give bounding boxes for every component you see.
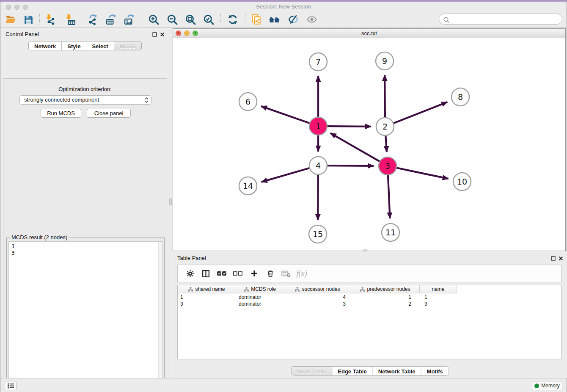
graph-node-label: 15 <box>313 229 323 239</box>
graph-node-15[interactable]: 15 <box>309 225 327 243</box>
export-image-button[interactable] <box>122 13 137 26</box>
column-header-name[interactable]: name <box>420 285 457 293</box>
splitter-grip-horizontal[interactable] <box>363 249 367 251</box>
zoom-fit-button[interactable] <box>183 13 198 26</box>
save-session-button[interactable] <box>21 13 36 26</box>
float-table-panel-icon[interactable] <box>550 256 556 261</box>
refresh-layout-button[interactable] <box>225 13 240 26</box>
list-icon <box>7 383 14 389</box>
network-view-window: × − + scc.txt 7968124314101511 <box>173 28 566 251</box>
search-field[interactable] <box>439 14 562 25</box>
graph-edge-3-1[interactable] <box>330 133 381 162</box>
memory-button[interactable]: Memory <box>532 381 562 390</box>
tab-network-table[interactable]: Network Table <box>373 367 421 375</box>
main-toolbar <box>0 11 567 28</box>
graph-node-14[interactable]: 14 <box>239 177 257 195</box>
graph-node-1[interactable]: 1 <box>309 117 327 135</box>
graph-node-10[interactable]: 10 <box>453 173 471 190</box>
table-cell[interactable]: dominator <box>236 301 284 307</box>
float-panel-icon[interactable] <box>152 32 157 37</box>
hide-details-button[interactable] <box>304 13 319 26</box>
tab-edge-table[interactable]: Edge Table <box>332 367 372 375</box>
delete-table-button[interactable] <box>280 265 292 282</box>
search-input[interactable] <box>451 14 559 24</box>
table-cell[interactable]: 2 <box>351 301 420 307</box>
import-network-button[interactable] <box>43 13 58 26</box>
graph-node-8[interactable]: 8 <box>451 88 469 106</box>
graph-edge-1-6[interactable] <box>261 106 311 124</box>
toggle-graphics-details-button[interactable] <box>286 13 301 26</box>
table-cell[interactable]: dominator <box>236 294 284 301</box>
tab-motifs[interactable]: Motifs <box>421 367 449 375</box>
export-network-icon <box>87 14 98 25</box>
graph-edge-2-9[interactable] <box>385 75 385 119</box>
run-mcds-button[interactable]: Run MCDS <box>41 109 81 118</box>
show-all-networks-button[interactable] <box>267 13 282 26</box>
graph-edge-3-11[interactable] <box>388 174 390 218</box>
export-network-button[interactable] <box>85 13 100 26</box>
delete-columns-button[interactable] <box>264 265 277 282</box>
graph-node-3[interactable]: 3 <box>379 157 396 175</box>
table-row[interactable]: 1dominator411 <box>178 294 457 301</box>
graph-edge-1-2[interactable] <box>326 126 371 127</box>
table-cell[interactable]: 1 <box>351 294 420 301</box>
column-settings-button[interactable] <box>184 265 196 282</box>
gear-icon <box>186 270 194 278</box>
task-history-button[interactable] <box>5 381 17 390</box>
graph-edge-3-10[interactable] <box>396 168 449 179</box>
splitter-grip-vertical[interactable] <box>169 199 172 205</box>
graph-node-4[interactable]: 4 <box>309 157 327 174</box>
tab-style[interactable]: Style <box>62 41 86 50</box>
close-table-panel-icon[interactable] <box>558 256 564 261</box>
zoom-in-button[interactable] <box>146 13 161 26</box>
column-header-MCDS-role[interactable]: MCDS role <box>236 285 284 293</box>
export-table-button[interactable] <box>104 13 119 26</box>
tab-network[interactable]: Network <box>29 41 62 50</box>
tab-mcds[interactable]: MCDS <box>114 41 141 50</box>
graph-node-7[interactable]: 7 <box>309 53 327 71</box>
tab-node-table[interactable]: Node Table <box>292 367 332 375</box>
table-cell[interactable]: 4 <box>284 294 351 301</box>
zoom-selected-button[interactable] <box>201 13 216 26</box>
graph-edge-4-15[interactable] <box>318 174 318 220</box>
column-header-predecessor-nodes[interactable]: predecessor nodes <box>351 285 420 293</box>
close-panel-button[interactable]: Close panel <box>87 109 131 118</box>
tab-select[interactable]: Select <box>86 41 114 50</box>
open-session-button[interactable] <box>3 13 18 26</box>
graph-edge-4-3[interactable] <box>326 166 374 166</box>
graph-edge-2-8[interactable] <box>393 102 448 124</box>
table-cell[interactable]: 3 <box>178 301 236 307</box>
show-columns-button[interactable] <box>199 265 212 282</box>
graph-edge-4-14[interactable] <box>261 168 311 182</box>
result-scrollbar[interactable] <box>158 242 162 392</box>
criterion-dropdown[interactable]: strongly connected component <box>19 95 151 105</box>
graph-node-11[interactable]: 11 <box>382 224 399 241</box>
graph-node-label: 1 <box>316 121 321 131</box>
close-panel-icon[interactable] <box>160 32 165 37</box>
zoom-out-button[interactable] <box>165 13 180 26</box>
function-builder-button[interactable]: f(x) <box>295 265 308 282</box>
graph-node-9[interactable]: 9 <box>376 52 394 70</box>
column-header-successor-nodes[interactable]: successor nodes <box>284 285 351 293</box>
optimization-criterion-label: Optimization criterion: <box>3 86 167 92</box>
select-all-columns-button[interactable] <box>215 265 228 282</box>
table-cell[interactable]: 3 <box>420 301 457 307</box>
table-cell[interactable]: 1 <box>420 294 457 301</box>
import-table-button[interactable] <box>63 13 78 26</box>
duplicate-network-button[interactable] <box>249 13 264 26</box>
add-column-button[interactable] <box>248 265 261 282</box>
graph-node-2[interactable]: 2 <box>376 118 394 135</box>
network-window-titlebar[interactable]: × − + scc.txt <box>173 29 565 38</box>
network-graph: 7968124314101511 <box>173 38 565 251</box>
table-row[interactable]: 3dominator323 <box>178 301 457 307</box>
graph-edge-2-3[interactable] <box>385 135 387 152</box>
mcds-result-textarea[interactable]: 1 3 <box>8 241 162 392</box>
unselect-all-columns-button[interactable] <box>231 265 244 282</box>
table-cell[interactable]: 1 <box>178 294 236 301</box>
title-bar: Session: New Session <box>0 2 567 11</box>
column-header-shared-name[interactable]: shared name <box>178 285 236 293</box>
graph-node-6[interactable]: 6 <box>239 93 257 110</box>
network-canvas[interactable]: 7968124314101511 <box>173 38 565 251</box>
table-cell[interactable]: 3 <box>284 301 351 307</box>
network-window-title: scc.txt <box>173 30 565 36</box>
